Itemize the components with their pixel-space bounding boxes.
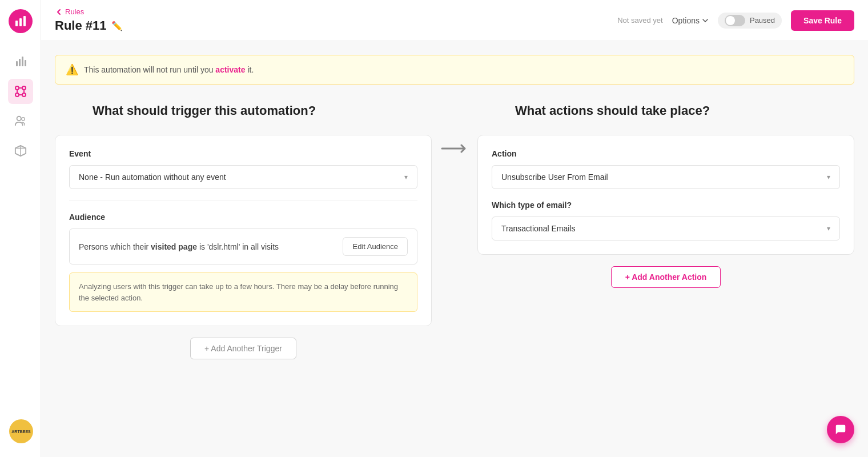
svg-rect-0 (15, 21, 18, 26)
action-label: Action (492, 149, 840, 158)
add-action-wrap: + Add Another Action (477, 266, 854, 288)
audience-label: Audience (69, 213, 417, 222)
svg-rect-1 (19, 18, 22, 26)
chat-icon (834, 423, 847, 436)
warning-icon: ⚠️ (66, 63, 78, 76)
options-label: Options (672, 16, 700, 25)
warning-text: This automation will not run until you a… (84, 65, 254, 74)
add-another-action-button[interactable]: + Add Another Action (611, 266, 721, 288)
trigger-icon: 🏷️ (55, 96, 85, 126)
svg-rect-5 (22, 57, 23, 66)
warning-banner: ⚠️ This automation will not run until yo… (55, 55, 854, 85)
chat-bubble[interactable] (827, 416, 854, 443)
action-column: ⚙️ What actions should take place? Actio… (477, 96, 854, 288)
svg-point-7 (15, 86, 19, 90)
event-value: None - Run automation without any event (79, 173, 226, 182)
arrow-column (432, 96, 477, 155)
sidebar-item-users[interactable] (8, 109, 33, 134)
sidebar-item-analytics[interactable] (8, 49, 33, 74)
event-label: Event (69, 149, 417, 158)
email-type-select[interactable]: Transactional Emails ▾ (492, 217, 840, 240)
svg-rect-2 (23, 16, 26, 26)
artbees-label: ARTBEES (11, 430, 30, 434)
toggle-knob (726, 16, 735, 25)
header-right: Not saved yet Options Paused Save Rule (617, 10, 854, 31)
svg-point-10 (22, 93, 26, 97)
sidebar-item-box[interactable] (8, 138, 33, 163)
main-content: Rules Rule #11 ✏️ Not saved yet Options … (41, 0, 868, 457)
not-saved-label: Not saved yet (617, 16, 663, 25)
svg-point-8 (22, 86, 26, 90)
activate-link[interactable]: activate (215, 65, 245, 74)
email-type-label: Which type of email? (492, 201, 840, 210)
event-select[interactable]: None - Run automation without any event … (69, 165, 417, 189)
svg-text:⚙️: ⚙️ (477, 98, 507, 126)
paused-toggle[interactable] (725, 15, 745, 26)
trigger-section-header: 🏷️ What should trigger this automation? (55, 96, 432, 126)
sidebar-item-automation[interactable] (8, 79, 33, 104)
save-rule-button[interactable]: Save Rule (791, 10, 854, 31)
action-chevron-icon: ▾ (827, 173, 830, 181)
breadcrumb-label: Rules (65, 7, 84, 16)
email-type-section: Which type of email? Transactional Email… (492, 201, 840, 240)
audience-bold-text: visited page (151, 242, 197, 251)
page-title: Rule #11 (55, 18, 107, 33)
toggle-wrap: Paused (718, 13, 782, 29)
svg-rect-4 (19, 59, 21, 66)
action-select[interactable]: Unsubscribe User From Email ▾ (492, 165, 840, 189)
trigger-note: Analyzing users with this trigger can ta… (69, 272, 417, 312)
edit-audience-button[interactable]: Edit Audience (343, 237, 408, 256)
toggle-label: Paused (750, 16, 775, 25)
action-card: Action Unsubscribe User From Email ▾ Whi… (477, 135, 854, 255)
action-section-header: ⚙️ What actions should take place? (477, 96, 854, 126)
add-trigger-wrap: + Add Another Trigger (55, 338, 432, 359)
app-logo[interactable] (9, 9, 33, 33)
trigger-section-title: What should trigger this automation? (93, 103, 316, 118)
trigger-card: Event None - Run automation without any … (55, 135, 432, 326)
event-chevron-icon: ▾ (404, 173, 408, 181)
svg-rect-6 (25, 60, 26, 66)
action-value: Unsubscribe User From Email (501, 173, 608, 182)
action-section-title: What actions should take place? (515, 103, 710, 118)
action-icon: ⚙️ (477, 96, 507, 126)
svg-rect-3 (16, 61, 18, 66)
trigger-column: 🏷️ What should trigger this automation? … (55, 96, 432, 359)
arrow-right-icon (441, 142, 468, 155)
header: Rules Rule #11 ✏️ Not saved yet Options … (41, 0, 868, 41)
artbees-logo[interactable]: ARTBEES (9, 419, 33, 443)
sidebar (0, 0, 41, 457)
options-button[interactable]: Options (672, 16, 709, 25)
content-area: ⚠️ This automation will not run until yo… (41, 41, 868, 457)
header-left: Rules Rule #11 ✏️ (55, 7, 123, 33)
svg-point-9 (15, 93, 19, 97)
audience-row: Persons which their visited page is 'dsl… (69, 228, 417, 264)
breadcrumb[interactable]: Rules (55, 7, 123, 16)
add-another-trigger-button[interactable]: + Add Another Trigger (190, 338, 296, 359)
page-title-row: Rule #11 ✏️ (55, 18, 123, 33)
two-column-layout: 🏷️ What should trigger this automation? … (55, 96, 854, 359)
edit-title-icon[interactable]: ✏️ (111, 21, 123, 31)
email-type-value: Transactional Emails (501, 224, 575, 233)
svg-text:🏷️: 🏷️ (55, 98, 85, 126)
divider (69, 201, 417, 201)
email-type-chevron-icon: ▾ (827, 225, 830, 232)
svg-point-16 (21, 118, 25, 121)
svg-point-15 (17, 117, 21, 121)
audience-description: Persons which their visited page is 'dsl… (79, 242, 279, 251)
